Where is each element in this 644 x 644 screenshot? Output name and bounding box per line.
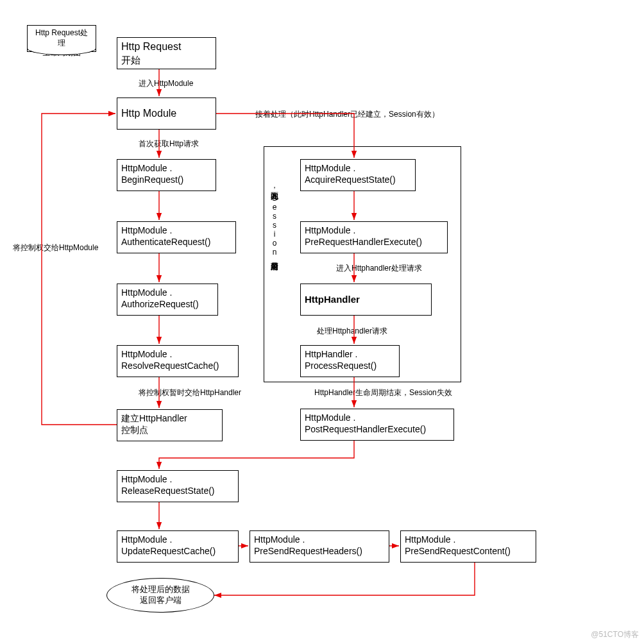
box-process-l2: ProcessRequest() (305, 360, 395, 371)
label-hand-over: 将控制权暂时交给HttpHandler (139, 387, 241, 398)
label-left-return: 将控制权交给HttpModule (13, 242, 98, 253)
box-update-l2: UpdateRequestCache() (121, 545, 234, 557)
box-release-l2: ReleaseRequestState() (121, 485, 234, 496)
box-resolve-l1: HttpModule . (121, 348, 234, 360)
label-process-handler: 处理Httphandler请求 (317, 326, 387, 337)
box-establish: 建立HttpHandler 控制点 (117, 409, 223, 441)
box-process-l1: HttpHandler . (305, 348, 395, 360)
ellipse-l1: 将处理后的数据 (131, 584, 190, 595)
box-auth-l1: HttpModule . (121, 225, 232, 236)
box-preexec-l2: PreRequestHandlerExecute() (305, 236, 443, 248)
box-postexec-l1: HttpModule . (305, 412, 450, 423)
box-update: HttpModule . UpdateRequestCache() (117, 530, 239, 563)
box-establish-l2: 控制点 (121, 424, 218, 436)
label-enter-module: 进入HttpModule (139, 78, 193, 89)
box-start-l1: Http Request (121, 40, 212, 54)
box-preexec-l1: HttpModule . (305, 225, 443, 236)
box-begin-l2: BeginRequest() (121, 174, 212, 185)
box-handler-l1: HttpHandler (305, 293, 360, 306)
note-title: Http Request处理生命周期图 (27, 25, 96, 52)
ellipse-l2: 返回客户端 (131, 595, 190, 606)
ellipse-end: 将处理后的数据 返回客户端 (106, 578, 214, 613)
box-authorize-l2: AuthorizeRequest() (121, 298, 214, 310)
box-precontent-l1: HttpModule . (405, 534, 532, 545)
box-preheaders: HttpModule . PreSendRequestHeaders() (250, 530, 389, 563)
note-text: Http Request处理生命周期图 (35, 28, 88, 57)
box-resolve-l2: ResolveRequestCache() (121, 360, 234, 371)
box-start: Http Request 开始 (117, 37, 216, 69)
box-start-l2: 开始 (121, 54, 212, 67)
box-authorize: HttpModule . AuthorizeRequest() (117, 284, 218, 316)
box-authorize-l1: HttpModule . (121, 287, 214, 298)
box-process: HttpHandler . ProcessRequest() (300, 345, 400, 377)
label-first-get: 首次获取Http请求 (139, 139, 199, 149)
label-continue: 接着处理（此时HttpHandler已经建立，Session有效） (255, 109, 439, 120)
box-acquire: HttpModule . AcquireRequestState() (300, 159, 416, 191)
box-preheaders-l2: PreSendRequestHeaders() (254, 545, 385, 557)
box-acquire-l1: HttpModule . (305, 162, 411, 174)
box-precontent-l2: PreSendRequestContent() (405, 545, 532, 557)
box-precontent: HttpModule . PreSendRequestContent() (400, 530, 536, 563)
box-auth-l2: AuthenticateRequest() (121, 236, 232, 248)
box-postexec: HttpModule . PostRequestHandlerExecute() (300, 409, 454, 441)
box-auth: HttpModule . AuthenticateRequest() (117, 221, 236, 253)
label-session-vnote: 在此区间内，Session对象是可用的 (269, 186, 280, 257)
label-enter-handler: 进入Httphandler处理请求 (336, 263, 422, 274)
box-establish-l1: 建立HttpHandler (121, 412, 218, 424)
box-preexec: HttpModule . PreRequestHandlerExecute() (300, 221, 448, 253)
box-begin: HttpModule . BeginRequest() (117, 159, 216, 191)
label-handler-end: HttpHandler生命周期结束，Session失效 (314, 387, 452, 398)
box-postexec-l2: PostRequestHandlerExecute() (305, 423, 450, 435)
box-release: HttpModule . ReleaseRequestState() (117, 470, 239, 502)
box-resolve: HttpModule . ResolveRequestCache() (117, 345, 239, 377)
box-handler: HttpHandler (300, 284, 432, 316)
box-update-l1: HttpModule . (121, 534, 234, 545)
box-module-l1: Http Module (121, 107, 176, 121)
watermark: @51CTO博客 (591, 629, 639, 640)
box-begin-l1: HttpModule . (121, 162, 212, 174)
box-acquire-l2: AcquireRequestState() (305, 174, 411, 185)
box-module: Http Module (117, 97, 216, 130)
box-release-l1: HttpModule . (121, 473, 234, 485)
box-preheaders-l1: HttpModule . (254, 534, 385, 545)
